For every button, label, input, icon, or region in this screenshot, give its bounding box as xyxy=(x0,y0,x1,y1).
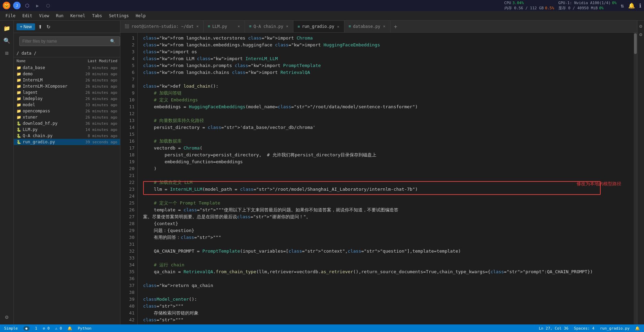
code-line: class="kw">from langchain.vectorstores c… xyxy=(143,35,628,42)
file-name: xtuner xyxy=(23,115,76,120)
menu-file[interactable]: File xyxy=(3,13,18,19)
file-time: 8 minutes ago xyxy=(76,134,117,138)
tab-terminal-label: root@intern-studio: ~/dat xyxy=(131,24,194,29)
folder-icon: 📁 xyxy=(17,109,21,113)
code-line xyxy=(143,76,628,83)
activity-search[interactable]: 🔍 xyxy=(2,36,12,45)
database-file-icon: ≡ xyxy=(348,24,351,29)
file-item[interactable]: 🐍LLM.py14 minutes ago xyxy=(14,126,120,133)
code-line: persist_directory=persist_directory, # 允… xyxy=(143,152,628,158)
status-mode: Simple xyxy=(4,326,18,331)
gradio-file-icon: ≡ xyxy=(298,24,300,29)
code-line: vectordb = Chroma( xyxy=(143,145,628,152)
file-item[interactable]: 📁demo20 minutes ago xyxy=(14,71,120,77)
file-name: LLM.py xyxy=(23,127,76,132)
activity-settings[interactable]: ⚙ xyxy=(2,312,12,322)
line-numbers: 1234567891011121314151617181920212223242… xyxy=(120,33,138,324)
file-time: 39 seconds ago xyxy=(76,140,117,144)
tab-llm[interactable]: ≡ LLM.py ✕ xyxy=(204,21,245,32)
code-line xyxy=(143,131,628,138)
tab-add-button[interactable]: + xyxy=(390,23,401,30)
topbar: 🐱 J ⬡ ▶ ⬡ CPU 3.04% 内存 0.56 / 112 GB 0.5… xyxy=(0,0,644,11)
topbar-icon-transfer[interactable]: ⇅ xyxy=(621,2,624,9)
code-line: {context} xyxy=(143,220,628,227)
code-line: class="kw">from langchain.embeddings.hug… xyxy=(143,42,628,48)
activity-extensions[interactable]: ⊞ xyxy=(2,48,12,58)
tab-qachain-close[interactable]: ✕ xyxy=(286,24,289,29)
folder-icon: 📁 xyxy=(17,90,21,95)
file-item[interactable]: 📁xtuner26 minutes ago xyxy=(14,114,120,120)
file-tree: 📁data_base3 minutes ago📁demo20 minutes a… xyxy=(14,65,120,324)
tab-llm-close[interactable]: ✕ xyxy=(237,24,241,29)
menu-view[interactable]: View xyxy=(36,13,52,19)
file-item[interactable]: 🐍Q-A chain.py8 minutes ago xyxy=(14,133,120,139)
new-button[interactable]: + New xyxy=(17,23,35,30)
activity-bar: 📁 🔍 ⊞ ⚙ xyxy=(0,21,14,324)
file-name: data_base xyxy=(23,65,76,70)
col-name-label: Name xyxy=(17,59,75,63)
tab-terminal-close[interactable]: ✕ xyxy=(196,24,200,29)
tab-qachain[interactable]: ≡ Q-A chain.py ✕ xyxy=(245,21,293,32)
menu-settings[interactable]: Settings xyxy=(106,13,132,19)
topbar-stats: CPU 3.04% 内存 0.56 / 112 GB 0.5% GPU-1: N… xyxy=(504,1,641,11)
code-line: # 加载数据库 xyxy=(143,138,628,145)
file-time: 26 minutes ago xyxy=(76,115,117,120)
code-line: llm = InternLM_LLM(model_path = class="s… xyxy=(143,186,628,193)
activity-files[interactable]: 📁 xyxy=(2,23,12,33)
menu-help[interactable]: Help xyxy=(133,13,148,19)
topbar-icon-bell[interactable]: 🔔 xyxy=(628,2,635,9)
file-item[interactable]: 📁opencompass26 minutes ago xyxy=(14,108,120,114)
disk-label: 显存 0 / 40950 MiB xyxy=(558,5,598,11)
breadcrumb: / data / xyxy=(14,49,120,57)
file-time: 26 minutes ago xyxy=(76,78,117,82)
file-item[interactable]: 📁data_base3 minutes ago xyxy=(14,65,120,71)
code-line: class="kw">def __init__(self): xyxy=(143,323,628,324)
right-icon-settings[interactable]: ⚙ xyxy=(639,23,642,29)
code-line: # 加载自定义 LLM xyxy=(143,179,628,186)
upload-button[interactable]: ⬆ xyxy=(37,23,43,31)
file-tree-header: Name Last Modified xyxy=(14,57,120,65)
tab-run-gradio-label: run_gradio.py xyxy=(302,24,334,29)
folder-icon: 📁 xyxy=(17,84,21,89)
code-line: ) xyxy=(143,165,628,172)
tab-llm-label: LLM.py xyxy=(212,24,227,29)
menu-tabs[interactable]: Tabs xyxy=(89,13,105,19)
menu-kernel[interactable]: Kernel xyxy=(67,13,88,19)
file-time: 36 minutes ago xyxy=(76,121,117,126)
topbar-icon-info[interactable]: ℹ xyxy=(639,2,641,9)
file-item[interactable]: 🐍download_hf.py36 minutes ago xyxy=(14,120,120,126)
tab-run-gradio[interactable]: ≡ run_gradio.py ✕ xyxy=(293,21,344,32)
tab-database[interactable]: ≡ database.py ✕ xyxy=(344,21,390,32)
code-line: 有用的回答：class="str">""" xyxy=(143,234,628,241)
status-bell: 🔔 xyxy=(67,326,72,331)
refresh-button[interactable]: ↻ xyxy=(45,23,52,31)
tab-database-close[interactable]: ✕ xyxy=(382,24,386,29)
file-item[interactable]: 📁model33 minutes ago xyxy=(14,102,120,108)
status-toggle[interactable]: ● xyxy=(23,326,30,331)
terminal-icon: ⬛ xyxy=(125,24,129,29)
file-name: Q-A chain.py xyxy=(23,133,76,138)
code-line xyxy=(143,110,628,117)
search-input[interactable] xyxy=(19,36,120,46)
right-icon-gear[interactable]: ⚙ xyxy=(639,32,642,37)
menu-edit[interactable]: Edit xyxy=(20,13,35,19)
scrollbar-thumb[interactable] xyxy=(634,33,637,54)
status-warnings: ⚠ 0 xyxy=(55,326,62,331)
tab-terminal[interactable]: ⬛ root@intern-studio: ~/dat ✕ xyxy=(120,21,204,32)
file-item[interactable]: 📁InternLM-XComposer26 minutes ago xyxy=(14,83,120,89)
code-content[interactable]: 修改为本地的模型路径class="kw">from langchain.vect… xyxy=(138,33,634,324)
status-position: Ln 27, Col 36 xyxy=(539,326,568,331)
tab-qachain-label: Q-A chain.py xyxy=(254,24,283,29)
vertical-scrollbar[interactable] xyxy=(634,33,637,324)
code-line: # 加载问答链 xyxy=(143,90,628,97)
file-item[interactable]: 📁lagent26 minutes ago xyxy=(14,89,120,96)
menu-run[interactable]: Run xyxy=(53,13,66,19)
file-item[interactable]: 🐍run_gradio.py39 seconds ago xyxy=(14,139,120,145)
code-line: class="kw">from langchain.chains class="… xyxy=(143,69,628,76)
tab-run-gradio-close[interactable]: ✕ xyxy=(336,24,340,29)
code-line: # 定义一个 Prompt Template xyxy=(143,200,628,207)
code-line: class Model_center(): xyxy=(143,296,628,303)
file-item[interactable]: 📁lmdeploy26 minutes ago xyxy=(14,96,120,102)
file-item[interactable]: 📁InternLM26 minutes ago xyxy=(14,77,120,83)
app-icon-orange: 🐱 xyxy=(3,2,10,9)
